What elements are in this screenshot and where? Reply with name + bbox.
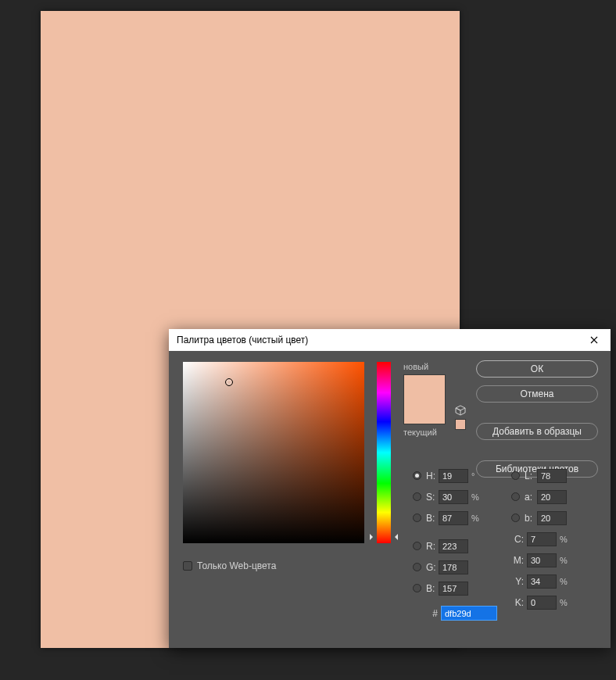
k-label: K: [511, 597, 524, 608]
color-picker-dialog: Палитра цветов (чистый цвет) Только Web-… [169, 329, 611, 648]
saturation-brightness-field[interactable] [183, 362, 364, 543]
radio-l[interactable] [511, 471, 520, 480]
titlebar[interactable]: Палитра цветов (чистый цвет) [169, 329, 611, 351]
hex-hash: # [427, 608, 438, 619]
s-input[interactable] [439, 490, 468, 504]
radio-h[interactable] [413, 471, 421, 480]
swatch-new [404, 375, 445, 399]
close-icon [590, 336, 598, 344]
a-label: a: [525, 492, 537, 503]
sb-cursor [225, 378, 233, 386]
web-colors-only[interactable]: Только Web-цвета [183, 560, 391, 571]
cancel-button[interactable]: Отмена [476, 385, 598, 403]
gamut-swatch[interactable] [455, 419, 466, 430]
h-unit: ° [471, 471, 484, 481]
ok-button[interactable]: ОК [476, 360, 598, 378]
radio-a[interactable] [511, 492, 520, 501]
b-lab-label: b: [525, 513, 537, 524]
m-label: M: [511, 555, 524, 566]
m-unit: % [560, 556, 572, 565]
swatch-new-label: новый [403, 362, 461, 371]
ok-label: ОК [531, 363, 543, 374]
radio-b-hsb[interactable] [413, 514, 421, 522]
g-label: G: [426, 562, 439, 573]
radio-g[interactable] [413, 563, 421, 571]
l-label: L: [525, 471, 537, 481]
radio-s[interactable] [413, 492, 421, 501]
add-label: Добавить в образцы [492, 426, 582, 437]
radio-b-rgb[interactable] [413, 584, 421, 592]
g-input[interactable] [439, 560, 468, 574]
k-input[interactable] [527, 596, 557, 610]
swatch-current[interactable] [404, 399, 445, 424]
b-hsb-unit: % [471, 514, 484, 523]
radio-b-lab[interactable] [511, 514, 520, 522]
y-label: Y: [511, 576, 524, 587]
r-label: R: [426, 541, 439, 552]
b-rgb-label: B: [426, 583, 439, 594]
add-swatch-button[interactable]: Добавить в образцы [476, 423, 598, 440]
s-unit: % [471, 492, 484, 502]
swatch-current-label: текущий [403, 428, 461, 437]
cancel-label: Отмена [520, 388, 553, 399]
dialog-title: Палитра цветов (чистый цвет) [177, 335, 308, 345]
m-input[interactable] [527, 553, 557, 567]
h-label: H: [426, 471, 439, 481]
c-unit: % [560, 535, 572, 544]
b-rgb-input[interactable] [439, 582, 468, 596]
y-input[interactable] [527, 574, 557, 589]
hex-input[interactable] [441, 606, 497, 621]
s-label: S: [426, 492, 439, 503]
h-input[interactable] [439, 469, 468, 483]
k-unit: % [560, 598, 572, 607]
c-input[interactable] [527, 532, 557, 546]
l-input[interactable] [537, 469, 567, 483]
b-hsb-input[interactable] [439, 511, 468, 525]
y-unit: % [560, 577, 572, 586]
a-input[interactable] [537, 490, 567, 504]
checkbox-icon [183, 561, 192, 571]
c-label: C: [511, 534, 524, 545]
close-button[interactable] [582, 329, 606, 351]
hue-slider[interactable] [377, 362, 391, 543]
color-swatch [403, 374, 446, 424]
b-lab-input[interactable] [537, 511, 567, 525]
cube-icon[interactable] [455, 405, 466, 416]
web-colors-label: Только Web-цвета [197, 560, 276, 571]
b-hsb-label: B: [426, 513, 439, 524]
r-input[interactable] [439, 539, 468, 553]
radio-r[interactable] [413, 542, 421, 550]
